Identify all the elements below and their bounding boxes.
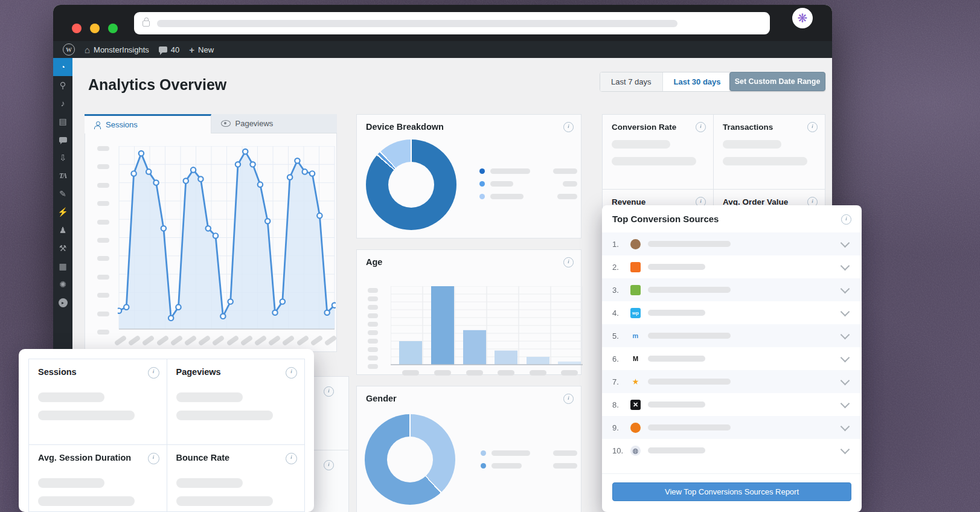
conversion-source-row[interactable]: 2.: [602, 255, 862, 278]
page-title: Analytics Overview: [88, 76, 226, 94]
address-bar[interactable]: [134, 12, 770, 34]
basketball-favicon: [630, 423, 641, 433]
site-name-link[interactable]: ⌂ MonsterInsights: [85, 45, 149, 54]
chevron-down-icon[interactable]: [841, 353, 850, 362]
divider: [602, 473, 862, 474]
info-icon[interactable]: [324, 386, 334, 397]
info-icon[interactable]: [563, 122, 574, 132]
chevron-down-icon[interactable]: [841, 284, 850, 293]
x-tick-placeholder: [212, 335, 225, 347]
chevron-down-icon[interactable]: [841, 398, 850, 408]
close-window-button[interactable]: [72, 24, 82, 33]
value-placeholder: [176, 392, 243, 402]
chevron-down-icon[interactable]: [841, 307, 850, 316]
site-name-label: MonsterInsights: [94, 45, 149, 54]
conversion-source-row[interactable]: 5.m: [602, 324, 862, 347]
sidebar-item-ta[interactable]: TA: [53, 167, 72, 185]
card-title: Device Breakdown: [366, 122, 444, 132]
range-button-last-7-days[interactable]: Last 7 days: [600, 72, 662, 91]
overlay-stat-avg-session-duration: Avg. Session Duration: [28, 444, 167, 512]
value-placeholder: [723, 140, 781, 149]
source-name-placeholder: [648, 241, 731, 247]
sidebar-item-media[interactable]: ♪: [53, 94, 72, 112]
comments-link[interactable]: 40: [159, 45, 179, 54]
sidebar-item-monsterinsights-dashboard[interactable]: ◔: [53, 58, 72, 76]
set-custom-date-range-button[interactable]: Set Custom Date Range: [729, 72, 825, 91]
black-m-favicon: M: [630, 354, 641, 364]
y-tick-placeholder: [368, 364, 378, 369]
chevron-down-icon[interactable]: [841, 376, 850, 385]
chevron-down-icon[interactable]: [841, 330, 850, 339]
stat-title: Transactions: [723, 123, 773, 132]
conversion-source-row[interactable]: 7.★: [602, 370, 862, 393]
chart-tabs: SessionsPageviews: [85, 114, 337, 133]
legend-label-placeholder: [490, 168, 530, 174]
sessions-chart-card: SessionsPageviews: [85, 114, 337, 352]
sidebar-item-monster-badge-icon: ✺: [59, 280, 66, 289]
sidebar-item-comments[interactable]: [53, 130, 72, 149]
info-icon[interactable]: [696, 122, 706, 132]
wp-logo-menu[interactable]: W: [63, 43, 75, 56]
info-icon[interactable]: [286, 453, 297, 464]
sidebar-item-posts[interactable]: ⚲: [53, 76, 72, 94]
y-tick-placeholder: [97, 330, 109, 334]
y-tick-placeholder: [368, 313, 378, 318]
tab-label: Pageviews: [235, 119, 274, 128]
conversion-source-row[interactable]: 9.: [602, 416, 862, 439]
browser-profile-avatar[interactable]: ❋: [792, 8, 813, 28]
chevron-down-icon[interactable]: [841, 421, 850, 431]
conversion-source-row[interactable]: 10.◍: [602, 439, 862, 462]
stat-card-transactions: Transactions: [713, 114, 825, 190]
sidebar-item-plugins[interactable]: ⚡: [53, 203, 72, 221]
info-icon[interactable]: [324, 460, 334, 470]
chevron-down-icon[interactable]: [841, 444, 850, 454]
minimize-window-button[interactable]: [90, 24, 100, 33]
chevron-down-icon[interactable]: [841, 238, 850, 248]
view-top-conversions-report-button[interactable]: View Top Conversions Sources Report: [612, 482, 851, 501]
info-icon[interactable]: [148, 367, 159, 379]
info-icon[interactable]: [807, 122, 818, 132]
sidebar-item-appearance[interactable]: ✎: [53, 185, 72, 203]
chevron-down-icon[interactable]: [841, 261, 850, 270]
browser-chrome: ❋: [53, 5, 832, 41]
value-placeholder: [176, 411, 273, 420]
x-tick-placeholder: [240, 335, 253, 347]
device-legend: [479, 165, 577, 203]
gender-card: Gender: [356, 386, 581, 512]
green-peak-favicon: [630, 285, 641, 295]
tab-pageviews[interactable]: Pageviews: [211, 114, 338, 133]
source-rank: 4.: [612, 309, 630, 318]
sidebar-item-monster-badge[interactable]: ✺: [53, 275, 72, 293]
x-tick-placeholder: [282, 335, 295, 347]
conversion-source-row[interactable]: 4.wp: [602, 301, 862, 324]
conversion-source-row[interactable]: 6.M: [602, 347, 862, 370]
age-card: Age: [356, 249, 581, 375]
sidebar-item-video[interactable]: ▸: [53, 293, 72, 312]
info-icon[interactable]: [563, 257, 574, 267]
sidebar-item-downloads[interactable]: ⇩: [53, 149, 72, 167]
info-icon[interactable]: [563, 394, 574, 404]
info-icon[interactable]: [286, 367, 297, 379]
sidebar-item-pages[interactable]: ▤: [53, 112, 72, 130]
maximize-window-button[interactable]: [108, 24, 118, 33]
value-placeholder: [38, 392, 104, 402]
x-tick-placeholder: [198, 335, 211, 347]
new-content-menu[interactable]: + New: [189, 45, 214, 54]
tab-sessions[interactable]: Sessions: [85, 114, 211, 133]
sidebar-item-tools[interactable]: ⚒: [53, 239, 72, 257]
info-icon[interactable]: [148, 453, 159, 464]
conversion-source-row[interactable]: 1.: [602, 232, 862, 255]
conversion-source-row[interactable]: 3.: [602, 278, 862, 301]
info-icon[interactable]: [841, 214, 851, 225]
value-placeholder: [38, 496, 135, 506]
conversion-source-row[interactable]: 8.✕: [602, 393, 862, 416]
sidebar-item-users[interactable]: ♟: [53, 221, 72, 239]
sidebar-item-settings[interactable]: ▦: [53, 257, 72, 275]
legend-value-placeholder: [563, 181, 577, 187]
range-button-last-30-days[interactable]: Last 30 days: [662, 72, 732, 91]
comment-bubble-icon: [59, 137, 67, 142]
source-name-placeholder: [648, 402, 705, 408]
home-icon: ⌂: [85, 45, 90, 54]
y-tick-placeholder: [97, 183, 109, 188]
gender-legend: [481, 447, 577, 472]
